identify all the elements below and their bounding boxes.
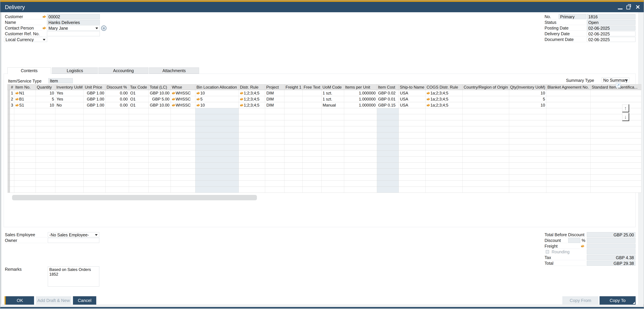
table-cell[interactable]: 5 — [36, 96, 55, 102]
column-header[interactable]: Discount % — [106, 84, 129, 90]
table-cell[interactable] — [284, 175, 302, 181]
table-cell[interactable] — [14, 144, 36, 150]
column-header[interactable]: Inventory UoM — [55, 84, 84, 90]
link-arrow-icon[interactable] — [196, 104, 200, 107]
row-select-gutter[interactable] — [8, 144, 10, 150]
table-cell[interactable] — [509, 175, 546, 181]
table-cell[interactable] — [344, 150, 377, 156]
table-cell[interactable] — [129, 114, 148, 120]
contact-list-icon[interactable]: ≡ — [101, 26, 106, 31]
table-cell[interactable] — [591, 156, 641, 162]
table-cell[interactable] — [106, 187, 129, 193]
table-cell[interactable] — [591, 187, 641, 193]
table-cell[interactable] — [509, 120, 546, 126]
table-cell[interactable] — [265, 132, 284, 138]
column-header[interactable]: Quantity — [36, 84, 55, 90]
table-cell[interactable] — [171, 168, 196, 175]
table-cell[interactable] — [509, 156, 546, 162]
table-cell[interactable]: GBP 0.01 — [377, 96, 399, 102]
series-field[interactable]: Primary — [559, 14, 586, 19]
tab-accounting[interactable]: Accounting — [98, 68, 148, 74]
table-cell[interactable] — [84, 144, 106, 150]
column-header[interactable]: Project — [265, 84, 284, 90]
table-cell[interactable]: 2 — [10, 96, 14, 102]
table-cell[interactable]: USA — [399, 90, 426, 96]
table-cell[interactable] — [36, 187, 55, 193]
table-cell[interactable] — [10, 132, 14, 138]
table-cell[interactable] — [196, 162, 239, 168]
table-cell[interactable]: WHSSC — [171, 90, 196, 96]
table-cell[interactable] — [302, 162, 322, 168]
table-cell[interactable] — [36, 108, 55, 114]
table-cell[interactable] — [377, 132, 399, 138]
table-cell[interactable]: Yes — [55, 96, 84, 102]
table-cell[interactable] — [265, 150, 284, 156]
table-cell[interactable] — [36, 126, 55, 132]
table-cell[interactable] — [546, 96, 591, 102]
table-cell[interactable] — [462, 144, 509, 150]
table-cell[interactable]: 10 — [196, 90, 239, 96]
table-cell[interactable] — [377, 120, 399, 126]
move-row-down-button[interactable]: ↓ — [622, 113, 629, 121]
table-cell[interactable] — [265, 138, 284, 144]
table-cell[interactable] — [462, 168, 509, 175]
contact-link-arrow-icon[interactable] — [42, 26, 46, 30]
table-cell[interactable] — [129, 120, 148, 126]
table-cell[interactable] — [462, 150, 509, 156]
row-select-gutter[interactable] — [8, 132, 10, 138]
table-cell[interactable] — [106, 114, 129, 120]
table-cell[interactable] — [84, 108, 106, 114]
table-cell[interactable]: N1 — [14, 90, 36, 96]
table-cell[interactable] — [106, 108, 129, 114]
table-cell[interactable] — [284, 114, 302, 120]
table-cell[interactable] — [265, 162, 284, 168]
table-cell[interactable] — [106, 126, 129, 132]
table-cell[interactable] — [302, 168, 322, 175]
table-cell[interactable] — [509, 132, 546, 138]
table-cell[interactable] — [171, 132, 196, 138]
sales-employee-select[interactable]: -No Sales Employee- — [48, 232, 99, 237]
table-cell[interactable] — [36, 156, 55, 162]
table-cell[interactable] — [239, 168, 265, 175]
table-cell[interactable] — [284, 168, 302, 175]
table-cell[interactable] — [546, 156, 591, 162]
table-cell[interactable] — [462, 108, 509, 114]
table-cell[interactable] — [426, 162, 462, 168]
table-cell[interactable] — [509, 138, 546, 144]
table-cell[interactable] — [546, 144, 591, 150]
table-cell[interactable] — [591, 162, 641, 168]
table-cell[interactable] — [106, 181, 129, 187]
tab-attachments[interactable]: Attachments — [149, 68, 199, 74]
link-arrow-icon[interactable] — [240, 104, 244, 107]
column-header[interactable]: Total (LC) — [148, 84, 171, 90]
table-cell[interactable] — [546, 175, 591, 181]
table-cell[interactable] — [265, 168, 284, 175]
table-cell[interactable] — [399, 144, 426, 150]
table-cell[interactable] — [302, 114, 322, 120]
table-cell[interactable] — [196, 168, 239, 175]
table-cell[interactable] — [426, 144, 462, 150]
link-arrow-icon[interactable] — [16, 98, 19, 101]
column-header[interactable]: Item Cost — [377, 84, 399, 90]
table-cell[interactable] — [399, 150, 426, 156]
table-cell[interactable] — [321, 108, 344, 114]
table-cell[interactable] — [55, 120, 84, 126]
table-cell[interactable]: 1a;2;3;4;5 — [426, 96, 462, 102]
row-select-gutter[interactable] — [8, 90, 10, 96]
table-cell[interactable] — [462, 96, 509, 102]
column-header[interactable]: Qty(Inventory UoM) — [509, 84, 546, 90]
table-cell[interactable] — [509, 181, 546, 187]
table-cell[interactable] — [284, 132, 302, 138]
table-cell[interactable]: O1 — [129, 102, 148, 108]
table-cell[interactable] — [509, 126, 546, 132]
table-cell[interactable] — [171, 187, 196, 193]
table-cell[interactable]: 5 — [509, 96, 546, 102]
table-cell[interactable]: DIM — [265, 96, 284, 102]
table-cell[interactable]: 1a;2;3;4;5 — [426, 90, 462, 96]
table-cell[interactable] — [84, 162, 106, 168]
table-cell[interactable]: USA — [399, 102, 426, 108]
table-cell[interactable] — [344, 175, 377, 181]
table-cell[interactable] — [426, 132, 462, 138]
table-cell[interactable]: WHSSC — [171, 96, 196, 102]
table-cell[interactable] — [399, 126, 426, 132]
